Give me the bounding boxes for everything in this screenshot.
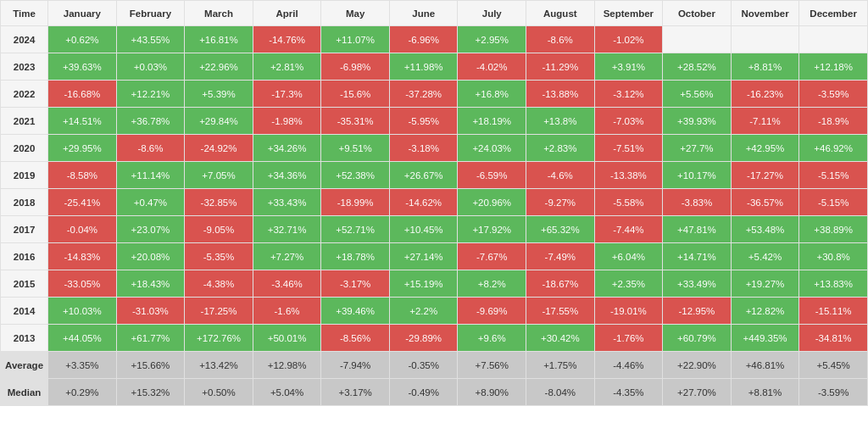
- data-cell: +29.84%: [185, 108, 253, 135]
- data-cell: -8.6%: [526, 26, 595, 53]
- data-cell: +23.07%: [116, 216, 185, 243]
- col-header-may: May: [321, 1, 390, 26]
- data-cell: -18.67%: [526, 270, 595, 298]
- data-cell: -29.89%: [389, 325, 458, 352]
- data-cell: -5.95%: [389, 108, 458, 135]
- data-cell: +50.01%: [253, 325, 321, 352]
- data-cell: +19.27%: [731, 270, 799, 298]
- data-cell: -13.38%: [594, 162, 663, 189]
- data-cell: +18.43%: [116, 270, 185, 298]
- table-row: 2024+0.62%+43.55%+16.81%-14.76%+11.07%-6…: [1, 26, 868, 53]
- data-cell: +7.27%: [253, 243, 321, 270]
- data-cell: +2.2%: [389, 298, 458, 325]
- data-cell: -8.58%: [48, 162, 117, 189]
- data-cell: -1.98%: [253, 108, 321, 135]
- data-cell: +14.71%: [663, 243, 732, 270]
- data-cell: +10.03%: [48, 298, 117, 325]
- average-cell: -4.46%: [594, 352, 663, 379]
- data-cell: -7.49%: [526, 243, 595, 270]
- table-row: 2020+29.95%-8.6%-24.92%+34.26%+9.51%-3.1…: [1, 135, 868, 162]
- data-cell: +5.56%: [663, 81, 732, 108]
- data-cell: +39.46%: [321, 298, 390, 325]
- data-cell: +38.89%: [799, 216, 868, 243]
- col-header-july: July: [458, 1, 526, 26]
- data-cell: +12.21%: [116, 81, 185, 108]
- data-cell: +33.49%: [663, 270, 732, 298]
- data-cell: +39.63%: [48, 53, 117, 81]
- data-cell: +8.81%: [731, 53, 799, 81]
- data-cell: +60.79%: [663, 325, 732, 352]
- year-cell: 2013: [1, 325, 48, 352]
- data-cell: -7.67%: [458, 243, 526, 270]
- data-cell: -19.01%: [594, 298, 663, 325]
- data-cell: +16.81%: [185, 26, 253, 53]
- data-cell: -16.23%: [731, 81, 799, 108]
- year-cell: 2021: [1, 108, 48, 135]
- data-cell: -7.44%: [594, 216, 663, 243]
- average-cell: +15.66%: [116, 352, 185, 379]
- year-cell: 2024: [1, 26, 48, 53]
- col-header-april: April: [253, 1, 321, 26]
- median-cell: +0.29%: [48, 379, 117, 406]
- data-cell: +14.51%: [48, 108, 117, 135]
- table-row: 2019-8.58%+11.14%+7.05%+34.36%+52.38%+26…: [1, 162, 868, 189]
- median-cell: +3.17%: [321, 379, 390, 406]
- table-row: 2017-0.04%+23.07%-9.05%+32.71%+52.71%+10…: [1, 216, 868, 243]
- table-row: 2013+44.05%+61.77%+172.76%+50.01%-8.56%-…: [1, 325, 868, 352]
- main-table-wrapper: TimeJanuaryFebruaryMarchAprilMayJuneJuly…: [0, 0, 868, 406]
- data-cell: -36.57%: [731, 189, 799, 216]
- data-cell: -1.76%: [594, 325, 663, 352]
- year-cell: 2023: [1, 53, 48, 81]
- year-cell: 2020: [1, 135, 48, 162]
- data-cell: -31.03%: [116, 298, 185, 325]
- data-cell: [731, 26, 799, 53]
- data-cell: +32.71%: [253, 216, 321, 243]
- data-cell: -18.99%: [321, 189, 390, 216]
- data-cell: -4.02%: [458, 53, 526, 81]
- data-cell: +8.2%: [458, 270, 526, 298]
- table-row: 2023+39.63%+0.03%+22.96%+2.81%-6.98%+11.…: [1, 53, 868, 81]
- data-cell: -17.25%: [185, 298, 253, 325]
- data-cell: +7.05%: [185, 162, 253, 189]
- data-cell: +2.35%: [594, 270, 663, 298]
- col-header-october: October: [663, 1, 732, 26]
- data-cell: +17.92%: [458, 216, 526, 243]
- median-cell: -0.49%: [389, 379, 458, 406]
- average-cell: +5.45%: [799, 352, 868, 379]
- average-cell: +1.75%: [526, 352, 595, 379]
- table-row: 2021+14.51%+36.78%+29.84%-1.98%-35.31%-5…: [1, 108, 868, 135]
- average-cell: +46.81%: [731, 352, 799, 379]
- data-cell: -3.83%: [663, 189, 732, 216]
- data-cell: +0.47%: [116, 189, 185, 216]
- data-cell: +36.78%: [116, 108, 185, 135]
- average-row: Average+3.35%+15.66%+13.42%+12.98%-7.94%…: [1, 352, 868, 379]
- col-header-september: September: [594, 1, 663, 26]
- data-cell: +172.76%: [185, 325, 253, 352]
- data-cell: -16.68%: [48, 81, 117, 108]
- data-cell: +12.82%: [731, 298, 799, 325]
- data-cell: +11.14%: [116, 162, 185, 189]
- data-cell: -14.76%: [253, 26, 321, 53]
- average-cell: +22.90%: [663, 352, 732, 379]
- data-cell: +39.93%: [663, 108, 732, 135]
- year-cell: 2018: [1, 189, 48, 216]
- data-cell: [799, 26, 868, 53]
- average-cell: -0.35%: [389, 352, 458, 379]
- table-row: 2015-33.05%+18.43%-4.38%-3.46%-3.17%+15.…: [1, 270, 868, 298]
- data-cell: +34.26%: [253, 135, 321, 162]
- table-row: 2014+10.03%-31.03%-17.25%-1.6%+39.46%+2.…: [1, 298, 868, 325]
- data-cell: -17.27%: [731, 162, 799, 189]
- median-cell: +8.81%: [731, 379, 799, 406]
- data-cell: -6.59%: [458, 162, 526, 189]
- data-cell: -3.18%: [389, 135, 458, 162]
- col-header-january: January: [48, 1, 117, 26]
- median-cell: -8.04%: [526, 379, 595, 406]
- data-cell: -5.15%: [799, 189, 868, 216]
- data-cell: -8.56%: [321, 325, 390, 352]
- data-cell: +13.83%: [799, 270, 868, 298]
- year-cell: 2022: [1, 81, 48, 108]
- data-cell: -11.29%: [526, 53, 595, 81]
- col-header-june: June: [389, 1, 458, 26]
- data-cell: -4.6%: [526, 162, 595, 189]
- table-body: 2024+0.62%+43.55%+16.81%-14.76%+11.07%-6…: [1, 26, 868, 406]
